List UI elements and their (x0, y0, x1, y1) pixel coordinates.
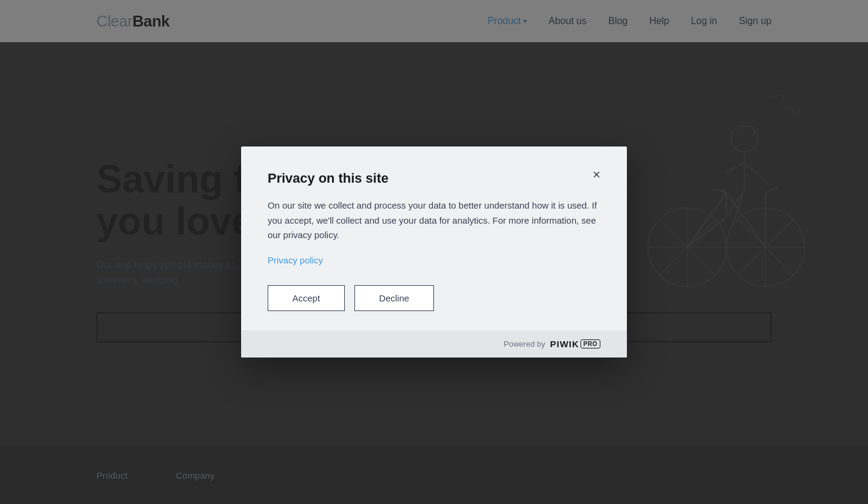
powered-by-text: Powered by (504, 339, 546, 348)
piwik-text: PIWIK (550, 339, 579, 349)
modal-buttons: Accept Decline (268, 285, 600, 311)
modal: × Privacy on this site On our site we co… (241, 146, 627, 358)
piwik-logo: PIWIK PRO (550, 339, 600, 349)
modal-overlay[interactable]: × Privacy on this site On our site we co… (0, 0, 868, 504)
modal-close-button[interactable]: × (593, 168, 600, 181)
modal-text: On our site we collect and process your … (268, 198, 600, 243)
privacy-policy-link[interactable]: Privacy policy (268, 255, 323, 265)
decline-button[interactable]: Decline (354, 285, 434, 311)
accept-button[interactable]: Accept (268, 285, 345, 311)
modal-footer: Powered by PIWIK PRO (241, 330, 627, 358)
piwik-pro-badge: PRO (580, 339, 600, 348)
modal-body: × Privacy on this site On our site we co… (241, 146, 627, 330)
modal-title: Privacy on this site (268, 171, 600, 186)
